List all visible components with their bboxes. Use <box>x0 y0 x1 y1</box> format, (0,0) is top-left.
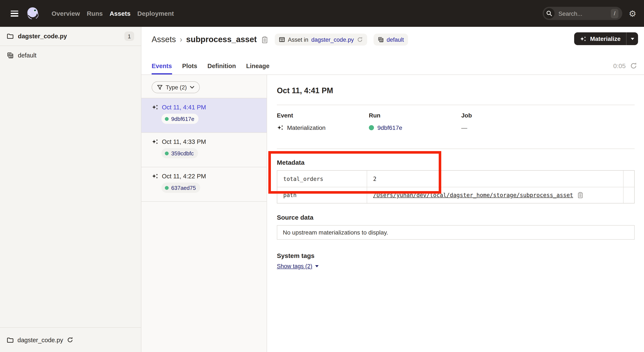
run-link[interactable]: 637aed75 <box>162 183 200 193</box>
copy-icon[interactable] <box>261 36 268 43</box>
main-panel: Assets › subprocess_asset Asset in dagst… <box>142 27 644 352</box>
metadata-heading: Metadata <box>277 158 635 166</box>
search-placeholder: Search... <box>558 10 611 17</box>
chevron-right-icon: › <box>180 35 182 44</box>
source-data-heading: Source data <box>277 213 635 221</box>
search-icon <box>544 8 554 19</box>
nav-assets[interactable]: Assets <box>110 10 130 17</box>
nav-deployment[interactable]: Deployment <box>137 10 174 17</box>
nav-runs[interactable]: Runs <box>87 10 103 17</box>
event-detail-panel: Oct 11, 4:41 PM Event Materialization Ru… <box>267 75 644 352</box>
caret-down-icon <box>630 38 634 40</box>
table-action-cell <box>623 187 634 203</box>
source-data-empty-message: No upstream materializations to display. <box>283 229 388 236</box>
asset-header: Assets › subprocess_asset Asset in dagst… <box>142 27 644 75</box>
top-navbar: Overview Runs Assets Deployment Search..… <box>0 0 644 27</box>
materialization-sparkle-icon <box>152 139 158 145</box>
asset-tabs: Events Plots Definition Lineage <box>152 62 270 74</box>
divider <box>277 105 635 105</box>
chevron-down-icon <box>190 86 194 89</box>
slash-shortcut-badge: / <box>611 9 618 18</box>
event-list-item[interactable]: Oct 11, 4:22 PM 637aed75 <box>142 167 267 202</box>
menu-icon[interactable] <box>11 10 18 16</box>
gear-icon[interactable]: ⚙ <box>629 9 636 18</box>
materialize-button[interactable]: Materialize <box>574 32 638 45</box>
run-id: 9dbf617e <box>171 116 194 122</box>
folder-icon <box>7 33 14 39</box>
materialization-sparkle-icon <box>152 173 158 179</box>
dagster-logo-icon[interactable] <box>26 6 40 21</box>
show-tags-link[interactable]: Show tags (2) <box>277 263 319 269</box>
run-link[interactable]: 9dbf617e <box>377 123 402 132</box>
nav-overview[interactable]: Overview <box>52 10 80 17</box>
code-location-label: dagster_code.py <box>18 337 63 343</box>
timer-value: 0:05 <box>613 62 626 69</box>
sidebar-item-dagster-code[interactable]: dagster_code.py 1 <box>0 27 141 46</box>
badge-prefix: Asset in <box>288 36 308 43</box>
tab-plots[interactable]: Plots <box>182 62 197 74</box>
metadata-key: path <box>277 187 367 203</box>
repo-grid-icon <box>378 37 384 42</box>
reload-icon[interactable] <box>357 37 363 42</box>
event-column-label: Event <box>277 111 369 119</box>
events-content: Type (2) Oct 11, 4:41 PM 9dbf617e <box>142 75 644 352</box>
repository-link[interactable]: default <box>386 36 404 43</box>
materialize-dropdown-button[interactable] <box>626 32 638 45</box>
job-column-label: Job <box>461 111 635 119</box>
run-id: 637aed75 <box>171 185 196 191</box>
run-column-label: Run <box>369 111 461 119</box>
search-input[interactable]: Search... / <box>543 7 622 20</box>
run-link[interactable]: 359cdbfc <box>162 148 198 158</box>
event-type-value: Materialization <box>287 123 326 132</box>
divider <box>277 149 635 149</box>
metadata-key: total_orders <box>277 171 367 187</box>
sparkle-icon <box>580 35 587 42</box>
type-filter-button[interactable]: Type (2) <box>152 81 200 93</box>
run-status-dot <box>165 186 169 190</box>
sidebar-item-label: default <box>18 52 36 59</box>
primary-nav: Overview Runs Assets Deployment <box>52 10 174 17</box>
table-action-cell <box>623 171 634 187</box>
reload-icon[interactable] <box>67 337 73 343</box>
event-date-label: Oct 11, 4:22 PM <box>162 173 206 180</box>
event-date-label: Oct 11, 4:33 PM <box>162 138 206 145</box>
event-date-label: Oct 11, 4:41 PM <box>162 104 206 111</box>
path-link[interactable]: /Users/yuhan/dev/local/dagster_home/stor… <box>373 192 573 198</box>
repository-badge: default <box>373 34 408 45</box>
event-list: Type (2) Oct 11, 4:41 PM 9dbf617e <box>142 75 267 352</box>
caret-down-icon <box>316 265 319 267</box>
sidebar-item-label: dagster_code.py <box>18 33 67 39</box>
tab-events[interactable]: Events <box>152 62 172 74</box>
event-detail-title: Oct 11, 4:41 PM <box>277 86 635 95</box>
folder-icon <box>7 337 14 343</box>
asset-group-icon <box>7 52 14 59</box>
event-list-item[interactable]: Oct 11, 4:33 PM 359cdbfc <box>142 133 267 167</box>
run-link[interactable]: 9dbf617e <box>162 114 198 124</box>
materialize-label: Materialize <box>590 35 620 42</box>
metadata-table: total_orders 2 path /Users/yuhan/dev/loc… <box>277 170 635 203</box>
copy-icon[interactable] <box>577 192 583 198</box>
system-tags-heading: System tags <box>277 252 635 260</box>
run-status-dot <box>369 125 374 130</box>
sidebar-item-default[interactable]: default <box>0 46 141 65</box>
table-row: total_orders 2 <box>277 171 634 187</box>
tab-lineage[interactable]: Lineage <box>246 62 270 74</box>
asset-sidebar: dagster_code.py 1 default dagster_code.p… <box>0 27 142 352</box>
tab-definition[interactable]: Definition <box>208 62 236 74</box>
run-status-dot <box>165 151 169 155</box>
filter-label: Type (2) <box>166 84 187 90</box>
code-location-footer[interactable]: dagster_code.py <box>0 327 141 352</box>
source-data-empty-box: No upstream materializations to display. <box>277 225 635 240</box>
breadcrumb: Assets › subprocess_asset Asset in dagst… <box>152 33 408 46</box>
event-list-item[interactable]: Oct 11, 4:41 PM 9dbf617e <box>142 98 267 133</box>
code-location-badge: Asset in dagster_code.py <box>275 34 367 45</box>
filter-funnel-icon <box>157 84 163 90</box>
page-title: subprocess_asset <box>186 35 257 44</box>
breadcrumb-assets-link[interactable]: Assets <box>152 35 176 44</box>
asset-count-badge: 1 <box>124 31 134 41</box>
refresh-icon[interactable] <box>630 62 637 69</box>
refresh-timer: 0:05 <box>613 62 637 69</box>
table-row: path /Users/yuhan/dev/local/dagster_home… <box>277 187 634 203</box>
code-location-link[interactable]: dagster_code.py <box>311 36 354 43</box>
materialization-sparkle-icon <box>152 104 158 110</box>
